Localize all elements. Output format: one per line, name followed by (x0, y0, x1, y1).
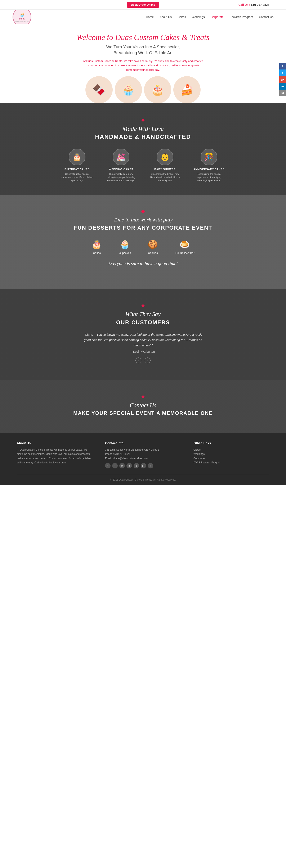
cake-categories: 🎂 BIRTHDAY CAKES Celebrating that specia… (17, 149, 269, 182)
corp-dessert-bar-label: Full Dessert Bar (175, 251, 194, 254)
nav-home[interactable]: Home (146, 15, 154, 19)
nav-weddings[interactable]: Weddings (192, 15, 205, 19)
footer-linkedin-icon[interactable]: li (148, 463, 153, 468)
nav-rewards[interactable]: Rewards Program (229, 15, 253, 19)
wedding-desc: The symbolic ceremony uniting two people… (105, 173, 137, 182)
footer-link-corporate[interactable]: Corporate (193, 456, 269, 461)
footer-about-text: At Duas Custom Cakes & Treats, we not on… (17, 448, 93, 465)
phone-number: Call Us : 519-267-3827 (239, 3, 269, 6)
cupcake-4: 🍰 (173, 76, 200, 103)
corp-cookies-icon: 🍪 (148, 240, 158, 249)
footer-phone: Phone : 519-267-3827 (105, 452, 181, 456)
brand-name: Duas (19, 17, 25, 20)
hero-title: Welcome to Duas Custom Cakes & Treats (4, 33, 282, 42)
baby-shower-icon: 👶 (157, 149, 173, 165)
category-baby-shower: 👶 BABY SHOWER Celebrating the birth of n… (149, 149, 181, 182)
wedding-label: WEDDING CAKES (109, 168, 133, 171)
footer-link-rewards[interactable]: DVAS Rewards Program (193, 461, 269, 465)
footer-contact-title: Contact Info (105, 441, 181, 445)
corp-title: FUN DESSERTS FOR ANY CORPORATE EVENT (17, 225, 269, 231)
footer-link-weddings[interactable]: Weddings (193, 452, 269, 456)
baby-shower-label: BABY SHOWER (154, 168, 176, 171)
footer-copyright: © 2016 Duas Custom Cakes & Treats. All R… (17, 475, 269, 481)
hero-cupcakes: 🍫 🧁 🎂 🍰 (4, 76, 282, 103)
twitter-icon[interactable]: t (279, 69, 286, 76)
anniversary-desc: Recognizing the special importance of a … (193, 173, 225, 182)
nav-corporate[interactable]: Corporate (211, 15, 224, 19)
social-sidebar: f t g+ in ✉ (279, 63, 286, 96)
footer-address: 381 Elgin Street North Cambridge, ON N1R… (105, 448, 181, 452)
corp-cakes-icon: 🎂 (92, 240, 102, 249)
footer-links-title: Other Links (193, 441, 269, 445)
corp-tagline: Everyone is sure to have a good time! (17, 261, 269, 266)
slider-controls: ‹ › (21, 358, 265, 363)
hero-description: At Duas Custom Cakes & Treats, we take c… (80, 59, 206, 72)
contact-title: MAKE YOUR SPECIAL EVENT A MEMORABLE ONE (21, 410, 265, 416)
birthday-icon: 🎂 (69, 149, 86, 165)
hero-subtitle: We Turn Your Vision Into A Spectacular, … (4, 44, 282, 56)
nav-links: Home About Us Cakes Weddings Corporate R… (146, 15, 274, 19)
customers-divider (141, 304, 145, 308)
footer-about-title: About Us (17, 441, 93, 445)
footer-link-list: Cakes Weddings Corporate DVAS Rewards Pr… (193, 448, 269, 465)
corp-cupcakes: 🧁 Cupcakes (119, 240, 131, 254)
footer-social-icons: f t in p s g+ li (105, 463, 181, 468)
category-anniversary: 🎊 ANNIVERSARY CAKES Recognizing the spec… (193, 149, 225, 182)
linkedin-icon[interactable]: in (279, 83, 286, 90)
made-title: HANDMADE & HANDCRAFTED (17, 133, 269, 140)
baby-shower-desc: Celebrating the birth of new life and we… (149, 173, 181, 182)
birthday-label: BIRTHDAY CAKES (64, 168, 90, 171)
contact-divider (141, 395, 145, 399)
corp-script: Time to mix work with play (17, 217, 269, 223)
anniversary-icon: 🎊 (200, 149, 217, 165)
footer-link-cakes[interactable]: Cakes (193, 448, 269, 452)
nav-cakes[interactable]: Cakes (178, 15, 186, 19)
made-with-love-section: Made With Love HANDMADE & HANDCRAFTED 🎂 … (0, 103, 286, 195)
nav-contact[interactable]: Contact Us (259, 15, 274, 19)
corp-items: 🎂 Cakes 🧁 Cupcakes 🍪 Cookies 🍮 Full Dess… (17, 240, 269, 254)
footer: About Us At Duas Custom Cakes & Treats, … (0, 433, 286, 485)
contact-script: Contact Us (21, 402, 265, 409)
top-bar: Book Order Online Call Us : 519-267-3827 (0, 0, 286, 10)
anniversary-label: ANNIVERSARY CAKES (193, 168, 224, 171)
nav-about[interactable]: About Us (160, 15, 172, 19)
customers-section: What They Say OUR CUSTOMERS "Diane – You… (0, 289, 286, 380)
facebook-icon[interactable]: f (279, 63, 286, 69)
corp-cakes-label: Cakes (93, 251, 101, 254)
footer-about: About Us At Duas Custom Cakes & Treats, … (17, 441, 93, 468)
testimonial-text: "Diane – You've blown me away! Just look… (80, 332, 206, 348)
navbar: 🧁 Duas Custom Cakes & Treats Home About … (0, 10, 286, 24)
logo-tagline: Custom Cakes & Treats (15, 20, 29, 22)
customers-script: What They Say (21, 311, 265, 317)
footer-email: Email : diane@dvascustomcakes.com (105, 456, 181, 461)
footer-googleplus-icon[interactable]: g+ (141, 463, 146, 468)
hero-section: Welcome to Duas Custom Cakes & Treats We… (0, 24, 286, 103)
email-icon[interactable]: ✉ (279, 90, 286, 96)
corp-divider-diamond (141, 210, 145, 213)
corp-dessert-bar: 🍮 Full Dessert Bar (175, 240, 194, 254)
footer-columns: About Us At Duas Custom Cakes & Treats, … (17, 441, 269, 468)
googleplus-icon[interactable]: g+ (279, 76, 286, 83)
logo-icon: 🧁 (20, 12, 25, 17)
logo: 🧁 Duas Custom Cakes & Treats (12, 7, 31, 26)
contact-section: Contact Us MAKE YOUR SPECIAL EVENT A MEM… (0, 380, 286, 433)
prev-arrow[interactable]: ‹ (135, 358, 141, 363)
made-script: Made With Love (17, 125, 269, 132)
customers-title: OUR CUSTOMERS (21, 319, 265, 326)
footer-skype-icon[interactable]: s (134, 463, 139, 468)
footer-instagram-icon[interactable]: in (119, 463, 125, 468)
logo-badge: 🧁 Duas Custom Cakes & Treats (12, 7, 31, 26)
book-order-button[interactable]: Book Order Online (127, 2, 159, 8)
cupcake-1: 🍫 (86, 76, 113, 103)
footer-facebook-icon[interactable]: f (105, 463, 110, 468)
footer-pinterest-icon[interactable]: p (126, 463, 132, 468)
next-arrow[interactable]: › (145, 358, 151, 363)
category-birthday: 🎂 BIRTHDAY CAKES Celebrating that specia… (61, 149, 93, 182)
corp-cupcakes-icon: 🧁 (120, 240, 130, 249)
footer-twitter-icon[interactable]: t (112, 463, 118, 468)
corp-cakes: 🎂 Cakes (92, 240, 102, 254)
corporate-section: Time to mix work with play FUN DESSERTS … (0, 195, 286, 289)
testimonial-author: - Kevin Warburton (21, 350, 265, 353)
footer-links: Other Links Cakes Weddings Corporate DVA… (193, 441, 269, 468)
birthday-desc: Celebrating that special someone in your… (61, 173, 93, 182)
